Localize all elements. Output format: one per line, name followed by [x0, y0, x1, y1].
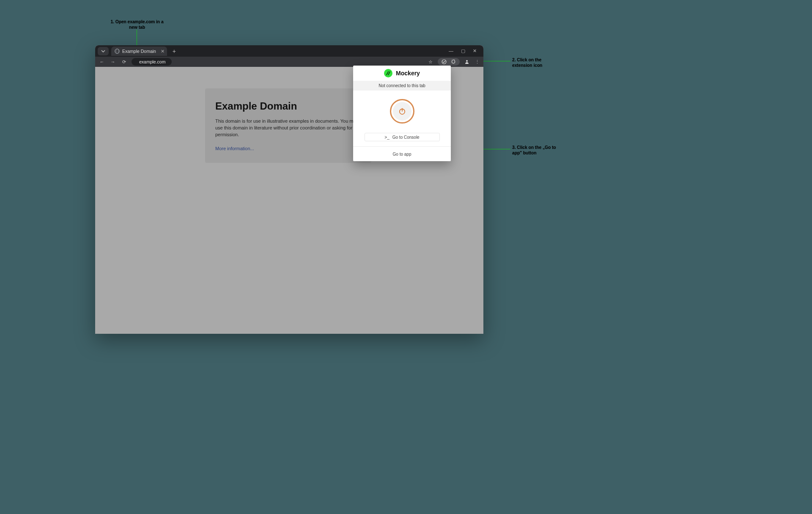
annotation-step1: 1. Open example.com in a new tab	[107, 19, 167, 30]
page-paragraph: This domain is for use in illustrative e…	[215, 118, 361, 138]
browser-tab[interactable]: Example Domain ✕	[111, 47, 167, 56]
extensions-puzzle-icon[interactable]	[450, 59, 456, 64]
popup-brand: Mockery	[396, 70, 420, 77]
svg-point-3	[442, 60, 446, 64]
window-controls: — ▢ ✕	[449, 48, 481, 54]
popup-status: Not connected to this tab	[353, 81, 451, 91]
annotation-step3: 3. Click on the „Go to app" button	[512, 145, 563, 156]
globe-icon	[115, 49, 120, 54]
go-to-console-label: Go to Console	[392, 135, 420, 140]
close-icon[interactable]: ✕	[473, 48, 477, 54]
minimize-icon[interactable]: —	[449, 48, 453, 54]
new-tab-button[interactable]: +	[170, 47, 178, 55]
mockery-extension-icon[interactable]	[441, 59, 447, 64]
more-information-link[interactable]: More information...	[215, 146, 254, 151]
close-tab-button[interactable]: ✕	[161, 48, 165, 54]
go-to-console-button[interactable]: >_ Go to Console	[365, 133, 440, 141]
address-text: example.com	[139, 59, 165, 64]
extension-popup: Mockery Not connected to this tab >_ Go …	[353, 66, 451, 161]
svg-point-4	[466, 60, 468, 62]
forward-button[interactable]: →	[110, 59, 116, 64]
bookmark-button[interactable]: ☆	[428, 59, 433, 65]
mockery-logo-icon	[384, 69, 392, 77]
tab-search-button[interactable]	[98, 47, 109, 55]
page-heading: Example Domain	[215, 100, 361, 112]
power-toggle-button[interactable]	[390, 99, 414, 124]
tab-title: Example Domain	[122, 49, 156, 54]
back-button[interactable]: ←	[99, 59, 105, 64]
popup-footer: Go to app	[353, 146, 451, 161]
go-to-app-link[interactable]: Go to app	[393, 152, 411, 157]
popup-header: Mockery	[353, 66, 451, 81]
tab-strip: Example Domain ✕ + — ▢ ✕	[95, 45, 483, 57]
popup-body: >_ Go to Console	[353, 91, 451, 146]
terminal-icon: >_	[384, 135, 389, 140]
example-card: Example Domain This domain is for use in…	[205, 88, 371, 163]
address-bar[interactable]: example.com	[132, 58, 172, 66]
browser-menu-button[interactable]: ⋮	[474, 59, 480, 65]
reload-button[interactable]: ⟳	[121, 59, 127, 65]
annotation-step2: 2. Click on the extension icon	[512, 57, 552, 69]
profile-button[interactable]	[464, 59, 470, 64]
maximize-icon[interactable]: ▢	[461, 48, 465, 54]
extension-highlight-pill	[438, 58, 460, 66]
